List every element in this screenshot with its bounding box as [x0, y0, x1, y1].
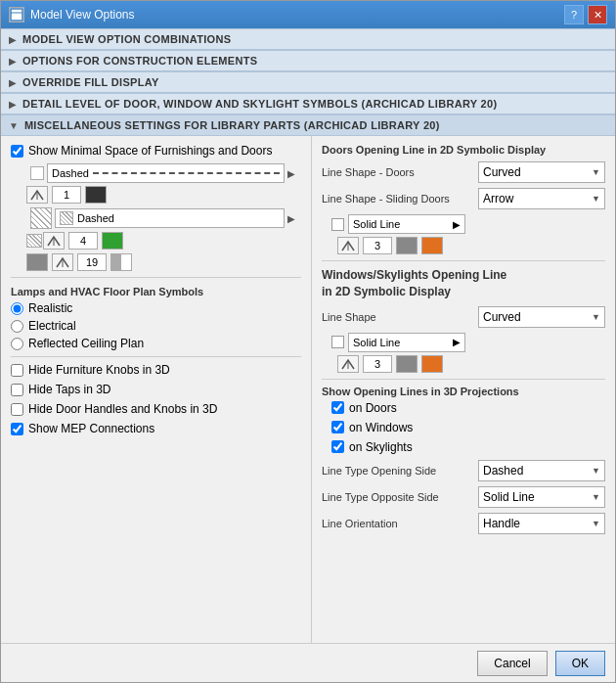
line1-arrow-btn[interactable]: ▶ [287, 168, 301, 179]
line-type-opposite-value: Solid Line [483, 490, 535, 504]
radio-electrical-input[interactable] [11, 320, 23, 333]
windows-color-right[interactable] [421, 355, 443, 373]
line2-color[interactable] [102, 232, 123, 250]
on-doors-checkbox[interactable] [331, 401, 344, 414]
doors-color-left[interactable] [396, 237, 418, 254]
section-label: DETAIL LEVEL OF DOOR, WINDOW AND SKYLIGH… [22, 98, 497, 110]
radio-reflected-input[interactable] [11, 338, 23, 350]
line3-icon-btn[interactable] [52, 253, 73, 271]
solid-line-windows-label: Solid Line [353, 337, 400, 348]
divider1 [11, 277, 301, 278]
hide-door-handles-checkbox[interactable] [11, 403, 23, 416]
hatch-icon [30, 207, 52, 229]
show-mep-checkbox[interactable] [11, 423, 23, 435]
line2-icon-btn[interactable] [43, 232, 65, 250]
solid-line-doors-row: Solid Line ▶ [331, 214, 605, 234]
right-panel: Doors Opening Line in 2D Symbolic Displa… [312, 136, 615, 643]
section-detail-level[interactable]: ▶ DETAIL LEVEL OF DOOR, WINDOW AND SKYLI… [1, 93, 615, 114]
hide-taps-checkbox[interactable] [11, 384, 23, 396]
expand-arrow-icon: ▶ [9, 99, 17, 110]
section-construction[interactable]: ▶ OPTIONS FOR CONSTRUCTION ELEMENTS [1, 50, 615, 71]
line2-arrow-btn[interactable]: ▶ [287, 213, 301, 224]
expand-arrow-icon: ▶ [9, 77, 17, 88]
hide-door-handles-row: Hide Door Handles and Knobs in 3D [11, 402, 301, 416]
cancel-button[interactable]: Cancel [477, 651, 547, 676]
line3-color-left[interactable] [26, 253, 48, 271]
line-shape-sliding-dropdown[interactable]: Arrow ▼ [478, 188, 605, 209]
line-type-opening-dropdown[interactable]: Dashed ▼ [478, 460, 605, 481]
hide-taps-row: Hide Taps in 3D [11, 383, 301, 396]
on-doors-label: on Doors [349, 401, 397, 415]
windows-color-left[interactable] [396, 355, 418, 373]
line1-icon-btn[interactable] [26, 186, 48, 204]
radio-realistic-input[interactable] [11, 302, 23, 315]
ok-button[interactable]: OK [555, 651, 605, 676]
line2-type-label: Dashed [77, 212, 114, 224]
line3-number[interactable] [77, 253, 107, 271]
line-type-opening-value: Dashed [483, 464, 523, 478]
section-label: OPTIONS FOR CONSTRUCTION ELEMENTS [22, 55, 257, 67]
doors-number[interactable] [363, 237, 392, 254]
doors-title: Doors Opening Line in 2D Symbolic Displa… [322, 144, 605, 156]
close-button[interactable]: ✕ [588, 5, 607, 24]
on-doors-row: on Doors [331, 401, 605, 415]
solid-line-windows-checkbox[interactable] [331, 336, 344, 348]
solid-line2-arrow: ▶ [453, 337, 461, 347]
hide-furniture-row: Hide Furniture Knobs in 3D [11, 363, 301, 377]
line1-number[interactable] [52, 186, 81, 204]
divider-right1 [322, 260, 605, 261]
line-type-opening-label: Line Type Opening Side [322, 465, 459, 477]
windows-icon-btn[interactable] [337, 355, 359, 373]
section-miscellaneous[interactable]: ▼ MISCELLANEOUS SETTINGS FOR LIBRARY PAR… [1, 114, 615, 136]
show-minimal-space-row: Show Minimal Space of Furnishings and Do… [11, 144, 301, 158]
line-shape-doors-dropdown[interactable]: Curved ▼ [478, 161, 605, 183]
section-label: MODEL VIEW OPTION COMBINATIONS [22, 33, 231, 45]
show-opening-title: Show Opening Lines in 3D Projections [322, 386, 605, 397]
content-area: ▶ MODEL VIEW OPTION COMBINATIONS ▶ OPTIO… [1, 28, 615, 682]
line2-number[interactable] [68, 232, 98, 250]
dash-line-1 [93, 172, 280, 174]
hatch-btn [26, 234, 42, 248]
hatch-preview-small [60, 211, 73, 225]
line-shape-windows-dropdown[interactable]: Curved ▼ [478, 306, 605, 328]
dropdown-arrow-icon: ▼ [592, 519, 600, 528]
expand-arrow-icon: ▶ [9, 34, 17, 45]
dropdown-arrow-icon: ▼ [592, 167, 600, 177]
line-orientation-dropdown[interactable]: Handle ▼ [478, 513, 605, 534]
line1-color[interactable] [85, 186, 107, 204]
section-model-view[interactable]: ▶ MODEL VIEW OPTION COMBINATIONS [1, 28, 615, 50]
divider2 [11, 356, 301, 357]
dropdown-arrow-icon: ▼ [592, 466, 600, 476]
windows-number[interactable] [363, 355, 392, 373]
line-type-opening-row: Line Type Opening Side Dashed ▼ [322, 460, 605, 481]
solid-line-windows-row: Solid Line ▶ [331, 333, 605, 352]
section-label: MISCELLANEOUS SETTINGS FOR LIBRARY PARTS… [24, 119, 440, 131]
line2-preview: Dashed [55, 208, 285, 228]
line1-preview: Dashed [47, 163, 285, 183]
on-windows-checkbox[interactable] [331, 421, 344, 433]
show-mep-row: Show MEP Connections [11, 422, 301, 435]
windows-title: Windows/Skylights Opening Linein 2D Symb… [322, 267, 605, 300]
line3-color-right[interactable] [110, 253, 132, 271]
on-skylights-checkbox[interactable] [331, 440, 344, 453]
line1-sub-row [26, 186, 301, 204]
line-type-opposite-dropdown[interactable]: Solid Line ▼ [478, 486, 605, 508]
solid-line-windows-preview: Solid Line ▶ [348, 333, 465, 352]
show-minimal-space-checkbox[interactable] [11, 145, 23, 158]
lamps-title: Lamps and HVAC Floor Plan Symbols [11, 286, 301, 297]
radio-electrical-label: Electrical [28, 319, 76, 333]
line-shape-windows-value: Curved [483, 310, 521, 324]
radio-reflected: Reflected Ceiling Plan [11, 337, 301, 350]
on-windows-row: on Windows [331, 421, 605, 434]
show-minimal-space-label: Show Minimal Space of Furnishings and Do… [28, 144, 272, 158]
radio-realistic: Realistic [11, 301, 301, 315]
doors-color-right[interactable] [421, 237, 443, 254]
section-override-fill[interactable]: ▶ OVERRIDE FILL DISPLAY [1, 71, 615, 93]
solid-line-doors-checkbox[interactable] [331, 218, 344, 231]
line1-checkbox[interactable] [30, 166, 44, 180]
doors-icon-btn[interactable] [337, 237, 359, 254]
hide-furniture-checkbox[interactable] [11, 364, 23, 377]
solid-line-doors-arrow: ▶ [453, 219, 461, 230]
line-shape-doors-label: Line Shape - Doors [322, 166, 459, 178]
help-button[interactable]: ? [564, 5, 584, 24]
